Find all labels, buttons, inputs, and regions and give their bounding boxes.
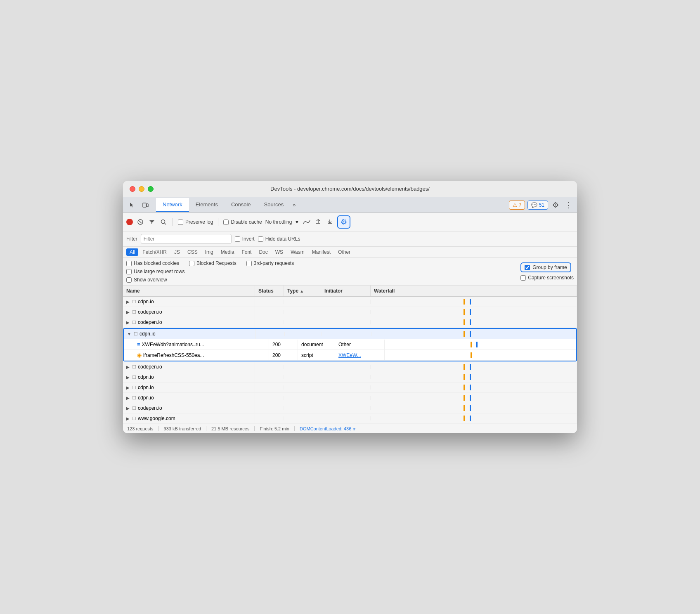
table-row[interactable]: ▶ ☐ cdpn.io xyxy=(123,372,577,383)
cursor-icon-button[interactable] xyxy=(126,199,138,211)
settings-icon[interactable]: ⚙ xyxy=(551,199,560,211)
table-row[interactable]: ▶ ☐ cdpn.io xyxy=(123,393,577,403)
filter-input[interactable] xyxy=(141,234,232,244)
expand-icon[interactable]: ▶ xyxy=(126,416,130,421)
type-filter-manifest[interactable]: Manifest xyxy=(309,248,334,256)
expand-icon[interactable]: ▶ xyxy=(126,375,130,380)
group-by-frame-checkbox[interactable] xyxy=(525,265,530,270)
row-initiator: Other xyxy=(335,340,385,350)
row-waterfall xyxy=(371,297,577,307)
table-row[interactable]: ▶ ☐ codepen.io xyxy=(123,403,577,413)
th-initiator[interactable]: Initiator xyxy=(321,286,371,296)
expand-icon[interactable]: ▶ xyxy=(126,406,130,411)
row-name: cdpn.io xyxy=(138,395,154,401)
type-filter-fetch[interactable]: Fetch/XHR xyxy=(139,248,170,256)
hide-data-urls-option[interactable]: Hide data URLs xyxy=(258,236,300,242)
disable-cache-option[interactable]: Disable cache xyxy=(223,219,262,225)
folder-icon: ☐ xyxy=(132,385,136,390)
upload-icon[interactable] xyxy=(314,218,322,226)
large-rows-checkbox[interactable] xyxy=(126,269,132,274)
preserve-log-option[interactable]: Preserve log xyxy=(178,219,213,225)
download-icon[interactable] xyxy=(326,218,334,226)
gear-settings-button[interactable]: ⚙ xyxy=(337,215,350,229)
table-row[interactable]: ▶ ☐ cdpn.io xyxy=(123,297,577,307)
capture-screenshots-checkbox[interactable] xyxy=(520,275,526,281)
table-row[interactable]: ▶ ☐ www.google.com xyxy=(123,413,577,424)
type-filter-media[interactable]: Media xyxy=(218,248,238,256)
group-by-frame-option[interactable]: Group by frame xyxy=(520,262,571,272)
expand-icon[interactable]: ▶ xyxy=(126,320,130,325)
table-row[interactable]: ▶ ☐ codepen.io xyxy=(123,362,577,372)
expand-icon[interactable]: ▶ xyxy=(126,365,130,369)
preserve-log-checkbox[interactable] xyxy=(178,220,183,225)
large-rows-option[interactable]: Use large request rows xyxy=(126,269,184,274)
third-party-checkbox[interactable] xyxy=(246,261,252,266)
tab-console[interactable]: Console xyxy=(225,198,258,212)
invert-checkbox[interactable] xyxy=(235,236,240,242)
invert-option[interactable]: Invert xyxy=(235,236,255,242)
type-filter-all[interactable]: All xyxy=(126,248,138,256)
capture-screenshots-option[interactable]: Capture screenshots xyxy=(520,275,574,281)
row-type: document xyxy=(298,340,335,350)
third-party-option[interactable]: 3rd-party requests xyxy=(246,260,294,266)
blocked-requests-option[interactable]: Blocked Requests xyxy=(189,260,236,266)
large-rows-row: Use large request rows xyxy=(126,269,294,274)
hide-data-urls-checkbox[interactable] xyxy=(258,236,263,242)
throttle-arrow[interactable]: ▼ xyxy=(294,219,299,225)
th-status[interactable]: Status xyxy=(255,286,284,296)
type-filter-other[interactable]: Other xyxy=(335,248,354,256)
close-button[interactable] xyxy=(130,186,135,192)
tab-sources[interactable]: Sources xyxy=(258,198,291,212)
tab-bar-right: ⚠ 7 💬 51 ⚙ ⋮ xyxy=(509,199,574,211)
show-overview-checkbox[interactable] xyxy=(126,277,132,283)
search-icon[interactable] xyxy=(159,218,168,226)
initiator-link[interactable]: XWEeW... xyxy=(338,352,361,358)
disable-cache-checkbox[interactable] xyxy=(223,220,229,225)
type-filter-js[interactable]: JS xyxy=(171,248,183,256)
type-filter-img[interactable]: Img xyxy=(202,248,217,256)
table-row[interactable]: ≡ XWEeWdb?animations=ru... 200 document … xyxy=(124,339,576,350)
svg-rect-1 xyxy=(147,204,148,207)
type-filter-doc[interactable]: Doc xyxy=(255,248,271,256)
blocked-cookies-option[interactable]: Has blocked cookies xyxy=(126,260,179,266)
tab-network[interactable]: Network xyxy=(156,198,189,212)
expand-icon[interactable]: ▶ xyxy=(126,385,130,390)
row-waterfall xyxy=(371,317,577,327)
type-filter-font[interactable]: Font xyxy=(238,248,255,256)
more-options-icon[interactable]: ⋮ xyxy=(563,199,574,211)
table-row[interactable]: ▶ ☐ cdpn.io xyxy=(123,383,577,393)
warnings-badge[interactable]: ⚠ 7 xyxy=(509,201,525,210)
type-filter-css[interactable]: CSS xyxy=(184,248,201,256)
table-row[interactable]: ▼ ☐ cdpn.io xyxy=(124,329,576,339)
type-filter-wasm[interactable]: Wasm xyxy=(287,248,308,256)
clear-icon[interactable] xyxy=(136,218,144,226)
table-row[interactable]: ▶ ☐ codepen.io xyxy=(123,317,577,328)
th-name[interactable]: Name xyxy=(123,286,255,296)
table-row[interactable]: ▶ ☐ codepen.io xyxy=(123,307,577,317)
messages-badge[interactable]: 💬 51 xyxy=(527,201,548,210)
device-toolbar-button[interactable] xyxy=(140,199,151,211)
record-button[interactable] xyxy=(126,219,133,225)
minimize-button[interactable] xyxy=(139,186,144,192)
table-row[interactable]: ◉ iframeRefreshCSS-550ea... 200 script X… xyxy=(124,350,576,361)
maximize-button[interactable] xyxy=(148,186,154,192)
blocked-requests-checkbox[interactable] xyxy=(189,261,194,266)
network-conditions-icon[interactable] xyxy=(303,218,311,226)
th-type[interactable]: Type ▲ xyxy=(284,286,321,296)
devtools-body: Network Elements Console Sources » ⚠ 7 💬… xyxy=(123,197,577,433)
folder-icon: ☐ xyxy=(132,299,136,305)
row-waterfall xyxy=(385,340,576,350)
th-waterfall[interactable]: Waterfall xyxy=(371,286,577,296)
more-tabs-button[interactable]: » xyxy=(290,198,298,211)
throttle-selector[interactable]: No throttling xyxy=(265,219,292,225)
tab-elements[interactable]: Elements xyxy=(189,198,225,212)
blocked-cookies-checkbox[interactable] xyxy=(126,261,132,266)
expand-icon[interactable]: ▶ xyxy=(126,300,130,304)
row-waterfall xyxy=(371,393,577,403)
show-overview-option[interactable]: Show overview xyxy=(126,277,167,283)
filter-icon[interactable] xyxy=(148,218,156,226)
expand-icon[interactable]: ▼ xyxy=(127,332,131,336)
expand-icon[interactable]: ▶ xyxy=(126,310,130,314)
expand-icon[interactable]: ▶ xyxy=(126,396,130,400)
type-filter-ws[interactable]: WS xyxy=(272,248,286,256)
